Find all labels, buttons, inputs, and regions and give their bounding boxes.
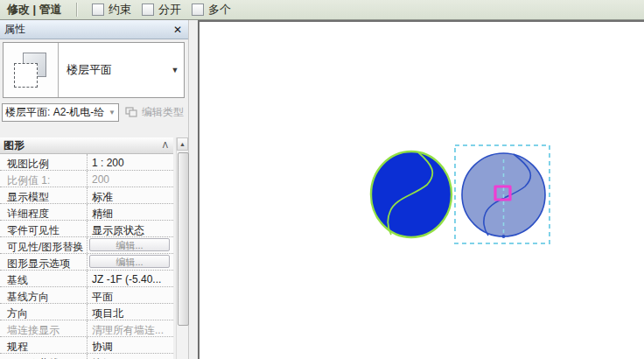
floor-plan-icon bbox=[4, 43, 59, 97]
table-row: 基线方向 平面 bbox=[0, 287, 173, 304]
table-row: 视图比例 1 : 200 bbox=[0, 154, 173, 171]
row-value[interactable]: 显示原状态 bbox=[88, 221, 173, 236]
row-value[interactable]: 1 : 200 bbox=[88, 154, 173, 170]
section-graphics-label: 图形 bbox=[4, 138, 24, 153]
close-icon[interactable]: ✕ bbox=[173, 25, 182, 35]
row-value[interactable]: 按规程 bbox=[88, 354, 173, 359]
row-label: 视图比例 bbox=[0, 154, 88, 170]
row-value[interactable]: 标准 bbox=[88, 187, 173, 203]
table-row: 可见性/图形替换 编辑... bbox=[0, 237, 173, 254]
drawing-canvas[interactable] bbox=[198, 20, 644, 359]
chevron-down-icon[interactable]: ▼ bbox=[166, 43, 184, 97]
table-row: 零件可见性 显示原状态 bbox=[0, 221, 173, 237]
checkbox-icon[interactable] bbox=[192, 4, 204, 16]
view-instance-value: 楼层平面: A2-机电-给 bbox=[3, 105, 106, 120]
row-label: 基线 bbox=[0, 271, 88, 286]
mode-label: 修改 | 管道 bbox=[0, 2, 73, 18]
row-value: 清理所有墙连... bbox=[88, 320, 173, 336]
graphic-display-options-edit-button[interactable]: 编辑... bbox=[89, 255, 170, 268]
row-value[interactable]: 平面 bbox=[88, 287, 173, 303]
table-row: 详细程度 精细 bbox=[0, 204, 173, 221]
row-value: 200 bbox=[88, 171, 173, 187]
separator bbox=[76, 3, 78, 17]
edit-type-button[interactable]: 编辑类型 bbox=[125, 105, 184, 120]
scroll-up-icon[interactable]: ▲ bbox=[177, 137, 188, 151]
row-label: 显示隐藏线 bbox=[0, 354, 88, 359]
row-value[interactable]: 精细 bbox=[88, 204, 173, 220]
row-value[interactable]: 协调 bbox=[88, 337, 173, 353]
table-row: 方向 项目北 bbox=[0, 304, 173, 320]
type-selector-label: 楼层平面 bbox=[59, 43, 166, 97]
endpoint-dot bbox=[502, 235, 506, 238]
panel-scrollbar[interactable]: ▲ bbox=[176, 137, 188, 359]
checkbox-disjoin-label: 分开 bbox=[158, 2, 181, 18]
panel-title: 属性 bbox=[4, 22, 25, 37]
table-row: 显示模型 标准 bbox=[0, 187, 173, 204]
row-label: 墙连接显示 bbox=[0, 320, 88, 336]
table-row: 规程 协调 bbox=[0, 337, 173, 354]
table-row: 比例值 1: 200 bbox=[0, 171, 173, 187]
checkbox-multiple[interactable]: 多个 bbox=[192, 2, 231, 18]
checkbox-constrain[interactable]: 约束 bbox=[92, 2, 131, 18]
row-label: 详细程度 bbox=[0, 204, 88, 220]
row-value[interactable]: 项目北 bbox=[88, 304, 173, 320]
checkbox-icon[interactable] bbox=[142, 4, 154, 16]
row-label: 方向 bbox=[0, 304, 88, 320]
property-rows: 视图比例 1 : 200 比例值 1: 200 显示模型 标准 详细程度 精细 … bbox=[0, 154, 173, 359]
row-label: 图形显示选项 bbox=[0, 254, 88, 270]
row-label: 显示模型 bbox=[0, 187, 88, 203]
view-instance-combo[interactable]: 楼层平面: A2-机电-给 ▼ bbox=[2, 103, 119, 122]
checkbox-multiple-label: 多个 bbox=[208, 2, 231, 18]
row-label: 基线方向 bbox=[0, 287, 88, 303]
edit-type-label: 编辑类型 bbox=[142, 105, 184, 120]
row-value[interactable]: JZ -1F (-5.40... bbox=[88, 271, 173, 286]
row-label: 零件可见性 bbox=[0, 221, 88, 236]
edit-type-icon bbox=[125, 107, 138, 118]
pipe-section-left[interactable] bbox=[371, 151, 452, 237]
row-label: 可见性/图形替换 bbox=[0, 237, 88, 253]
scrollbar-thumb[interactable] bbox=[178, 152, 189, 326]
checkbox-constrain-label: 约束 bbox=[108, 2, 131, 18]
table-row: 墙连接显示 清理所有墙连... bbox=[0, 320, 173, 337]
checkbox-disjoin[interactable]: 分开 bbox=[142, 2, 181, 18]
row-label: 比例值 1: bbox=[0, 171, 88, 187]
row-label: 规程 bbox=[0, 337, 88, 353]
checkbox-icon[interactable] bbox=[92, 4, 104, 16]
table-row: 图形显示选项 编辑... bbox=[0, 254, 173, 271]
table-row: 显示隐藏线 按规程 bbox=[0, 354, 173, 359]
chevron-up-icon[interactable]: ᐱ bbox=[163, 144, 168, 148]
properties-panel: 属性 ✕ 楼层平面 ▼ 楼层平面: A2-机电-给 ▼ 编辑类型 图形 ᐱ 视图… bbox=[0, 20, 189, 359]
chevron-down-icon[interactable]: ▼ bbox=[106, 109, 118, 116]
table-row: 基线 JZ -1F (-5.40... bbox=[0, 271, 173, 287]
visibility-graphics-edit-button[interactable]: 编辑... bbox=[89, 238, 170, 251]
pipe-section-right-selected[interactable] bbox=[462, 153, 545, 238]
type-selector[interactable]: 楼层平面 ▼ bbox=[3, 42, 185, 98]
section-graphics[interactable]: 图形 ᐱ bbox=[0, 137, 173, 154]
panel-title-bar: 属性 ✕ bbox=[0, 20, 188, 39]
options-bar: 修改 | 管道 约束 分开 多个 bbox=[0, 0, 644, 20]
